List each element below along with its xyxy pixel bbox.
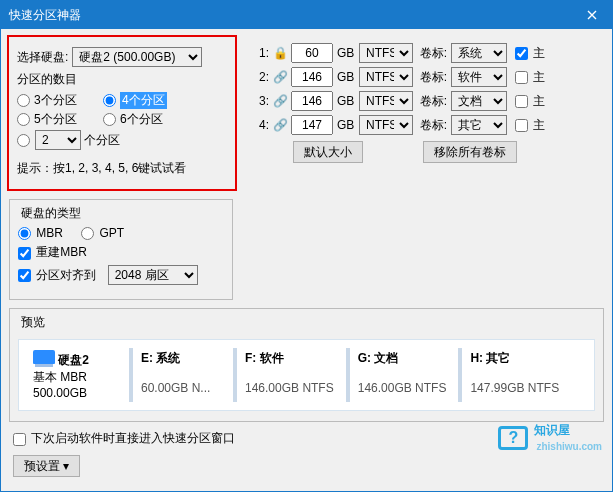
disk-type-legend: 硬盘的类型	[18, 205, 84, 222]
preview-legend: 预览	[18, 314, 48, 331]
close-button[interactable]	[572, 1, 612, 29]
row-index: 1:	[257, 46, 269, 60]
count-label: 分区的数目	[17, 71, 77, 88]
preview-partition: H: 其它147.99GB NTFS	[458, 348, 567, 402]
gb-label: GB	[337, 46, 355, 60]
gb-label: GB	[337, 70, 355, 84]
link-icon[interactable]: 🔗	[273, 70, 287, 84]
primary-checkbox[interactable]: 主	[515, 45, 545, 62]
fs-select[interactable]: NTFS	[359, 67, 413, 87]
link-icon[interactable]: 🔗	[273, 118, 287, 132]
window-title: 快速分区神器	[9, 7, 81, 24]
fs-select[interactable]: NTFS	[359, 91, 413, 111]
primary-checkbox[interactable]: 主	[515, 69, 545, 86]
default-size-button[interactable]: 默认大小	[293, 141, 363, 163]
primary-checkbox[interactable]: 主	[515, 117, 545, 134]
partition-row: 3:🔗GBNTFS卷标:文档 主	[257, 91, 600, 111]
partition-row: 4:🔗GBNTFS卷标:其它 主	[257, 115, 600, 135]
disk-type-panel: 硬盘的类型 MBR GPT 重建MBR 分区对齐到 2048 扇区	[9, 199, 233, 300]
partition-settings-panel: 选择硬盘: 硬盘2 (500.00GB) 分区的数目 3个分区 4个分区 5个分…	[7, 35, 237, 191]
preset-button[interactable]: 预设置 ▾	[13, 455, 80, 477]
opt-mbr[interactable]: MBR	[18, 226, 63, 240]
volume-label: 卷标:	[417, 93, 447, 110]
volume-label: 卷标:	[417, 69, 447, 86]
volume-select[interactable]: 其它	[451, 115, 507, 135]
gb-label: GB	[337, 118, 355, 132]
size-input[interactable]	[291, 67, 333, 87]
align-select[interactable]: 2048 扇区	[108, 265, 198, 285]
link-icon[interactable]: 🔗	[273, 94, 287, 108]
opt-4[interactable]: 4个分区	[103, 92, 173, 109]
volume-label: 卷标:	[417, 45, 447, 62]
custom-count-select[interactable]: 2	[35, 130, 81, 150]
volume-label: 卷标:	[417, 117, 447, 134]
volume-select[interactable]: 文档	[451, 91, 507, 111]
clear-labels-button[interactable]: 移除所有卷标	[423, 141, 517, 163]
partition-grid: 1:🔒GBNTFS卷标:系统 主2:🔗GBNTFS卷标:软件 主3:🔗GBNTF…	[251, 35, 606, 167]
brand-logo: ? 知识屋 zhishiwu.com	[498, 422, 602, 453]
fs-select[interactable]: NTFS	[359, 43, 413, 63]
opt-3[interactable]: 3个分区	[17, 92, 87, 109]
row-index: 2:	[257, 70, 269, 84]
lock-icon[interactable]: 🔒	[273, 46, 287, 60]
gb-label: GB	[337, 94, 355, 108]
disk-label: 选择硬盘:	[17, 49, 68, 66]
fs-select[interactable]: NTFS	[359, 115, 413, 135]
opt-5[interactable]: 5个分区	[17, 111, 87, 128]
size-input[interactable]	[291, 115, 333, 135]
partition-row: 1:🔒GBNTFS卷标:系统 主	[257, 43, 600, 63]
volume-select[interactable]: 系统	[451, 43, 507, 63]
row-index: 4:	[257, 118, 269, 132]
disk-select[interactable]: 硬盘2 (500.00GB)	[72, 47, 202, 67]
row-index: 3:	[257, 94, 269, 108]
size-input[interactable]	[291, 91, 333, 111]
opt-gpt[interactable]: GPT	[81, 226, 124, 240]
primary-checkbox[interactable]: 主	[515, 93, 545, 110]
preview-partition: E: 系统60.00GB N...	[129, 348, 229, 402]
opt-custom[interactable]: 2 个分区	[17, 130, 120, 150]
volume-select[interactable]: 软件	[451, 67, 507, 87]
preview-disk: 硬盘2基本 MBR500.00GB	[25, 348, 125, 402]
partition-row: 2:🔗GBNTFS卷标:软件 主	[257, 67, 600, 87]
disk-icon	[33, 350, 55, 364]
chk-align[interactable]: 分区对齐到	[18, 267, 96, 284]
preview-panel: 预览 硬盘2基本 MBR500.00GBE: 系统60.00GB N...F: …	[9, 308, 604, 422]
preview-partition: F: 软件146.00GB NTFS	[233, 348, 342, 402]
hint-text: 提示：按1, 2, 3, 4, 5, 6键试试看	[17, 160, 186, 177]
titlebar: 快速分区神器	[1, 1, 612, 29]
size-input[interactable]	[291, 43, 333, 63]
chk-startup[interactable]: 下次启动软件时直接进入快速分区窗口	[13, 430, 235, 447]
opt-6[interactable]: 6个分区	[103, 111, 173, 128]
chk-rebuild-mbr[interactable]: 重建MBR	[18, 244, 87, 261]
preview-partition: G: 文档146.00GB NTFS	[346, 348, 455, 402]
